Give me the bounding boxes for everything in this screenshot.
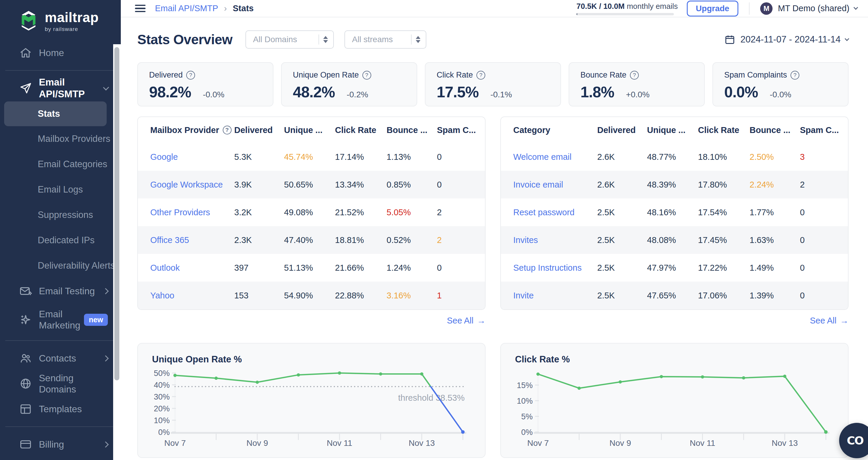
sidebar-item-email-testing[interactable]: Email Testing	[0, 278, 121, 304]
table-row: Setup Instructions2.5K47.97%17.22%1.49%0	[501, 254, 848, 282]
help-icon[interactable]: ?	[476, 71, 485, 80]
column-header-unique: Unique ...	[647, 125, 698, 135]
row-label-cell: Office 365	[150, 235, 234, 245]
sidebar-item-email-marketing[interactable]: Email Marketingnew	[0, 304, 121, 336]
stream-filter-select[interactable]: All streams	[344, 30, 426, 49]
table-cell: 17.22%	[698, 263, 727, 272]
table-link[interactable]: Other Providers	[150, 208, 210, 217]
sidebar-item-label: Templates	[39, 403, 82, 414]
svg-text:Nov 9: Nov 9	[610, 438, 631, 448]
contacts-icon	[20, 352, 32, 365]
table-cell-wrap: 51.13%	[284, 263, 335, 273]
chevron-down-icon	[845, 36, 849, 41]
table-cell-wrap: 2	[437, 235, 485, 245]
logo-wordmark: mailtrap by railsware	[45, 10, 99, 32]
sidebar-item-billing[interactable]: Billing	[0, 432, 121, 457]
kpi-label-text: Click Rate	[437, 70, 473, 80]
svg-text:Nov 13: Nov 13	[409, 438, 435, 448]
table-row: Invite2.5K47.65%17.06%1.39%0	[501, 282, 848, 309]
sidebar-item-sending-domains[interactable]: Sending Domains	[0, 371, 121, 396]
table-cell: 5.05%	[386, 208, 411, 217]
column-header-label: Mailbox Provider	[150, 125, 219, 135]
main-area: Email API/SMTP › Stats 70.5K / 10.0M mon…	[121, 0, 868, 460]
kpi-label-text: Unique Open Rate	[293, 70, 359, 80]
table-cell-wrap: 2.5K	[597, 263, 647, 273]
table-cell-wrap: 18.10%	[698, 152, 749, 162]
sidebar-item-home[interactable]: Home	[0, 40, 121, 65]
help-icon[interactable]: ?	[186, 71, 195, 80]
table-cell-wrap: 17.22%	[698, 263, 749, 273]
sidebar-item-deliverability-alerts[interactable]: Deliverability Alerts	[0, 253, 121, 278]
help-icon[interactable]: ?	[790, 71, 799, 80]
table-cell: 48.77%	[647, 152, 676, 162]
table-link[interactable]: Setup Instructions	[513, 263, 582, 272]
domain-filter-select[interactable]: All Domains	[245, 30, 334, 49]
help-icon[interactable]: ?	[223, 125, 231, 135]
kpi-value: 48.2%	[293, 83, 335, 101]
table-cell: 1.39%	[749, 291, 774, 300]
table-link[interactable]: Invite	[513, 291, 534, 300]
sidebar-subitem-label: Deliverability Alerts	[38, 260, 115, 271]
provider-table-column: Mailbox Provider?DeliveredUnique ...Clic…	[137, 116, 486, 326]
row-label-cell: Reset password	[513, 208, 597, 217]
hamburger-menu-icon[interactable]	[135, 5, 146, 12]
table-cell: 1	[437, 291, 442, 300]
sidebar-item-contacts[interactable]: Contacts	[0, 346, 121, 371]
topbar-right: 70.5K / 10.0M monthly emails Upgrade M M…	[577, 1, 858, 17]
sidebar-item-mailbox-providers[interactable]: Mailbox Providers	[0, 126, 121, 151]
kpi-label: Bounce Rate?	[581, 70, 704, 80]
row-label-cell: Invite	[513, 291, 597, 300]
account-name[interactable]: MT Demo (shared)	[778, 3, 849, 13]
table-cell-wrap: 13.34%	[335, 180, 386, 190]
chevron-down-icon[interactable]	[854, 5, 858, 10]
table-link[interactable]: Yahoo	[150, 291, 175, 300]
table-cell: 0	[800, 208, 805, 217]
scrollbar-thumb[interactable]	[114, 47, 119, 380]
table-cell: 47.65%	[647, 291, 676, 300]
sidebar-item-email-api-smtp[interactable]: Email API/SMTP	[0, 76, 121, 101]
table-row: Invoice email2.6K48.39%17.80%2.24%2	[501, 171, 848, 198]
svg-text:0%: 0%	[521, 428, 533, 437]
svg-text:Nov 11: Nov 11	[690, 438, 715, 448]
table-link[interactable]: Office 365	[150, 235, 189, 245]
table-link[interactable]: Outlook	[150, 263, 180, 272]
table-cell-wrap: 2	[800, 180, 848, 190]
table-link[interactable]: Invites	[513, 235, 538, 245]
date-range-picker[interactable]: 2024-11-07 - 2024-11-14	[724, 34, 848, 45]
table-link[interactable]: Invoice email	[513, 180, 563, 189]
help-icon[interactable]: ?	[630, 71, 639, 80]
table-cell-wrap: 397	[234, 263, 284, 273]
mailtrap-logo[interactable]: mailtrap by railsware	[0, 0, 121, 32]
see-all-row: See All→	[500, 315, 848, 326]
table-link[interactable]: Welcome email	[513, 152, 571, 162]
table-row: Other Providers3.2K49.08%21.52%5.05%2	[138, 198, 485, 226]
table-cell: 0	[800, 235, 805, 245]
table-cell: 18.10%	[698, 152, 727, 162]
kpi-value-row: 17.5%-0.1%	[437, 83, 560, 101]
content: Stats Overview All Domains All streams 2…	[121, 18, 868, 460]
table-row: Invites2.5K48.08%17.45%1.63%0	[501, 226, 848, 254]
breadcrumb-link[interactable]: Email API/SMTP	[155, 3, 218, 13]
sidebar-scrollbar	[113, 44, 121, 460]
table-header-row: CategoryDeliveredUnique ...Click RateBou…	[501, 117, 848, 143]
help-icon[interactable]: ?	[363, 71, 371, 80]
see-all-link[interactable]: See All→	[810, 316, 848, 325]
sidebar-item-dedicated-ips[interactable]: Dedicated IPs	[0, 228, 121, 253]
column-header-label: Spam C...	[437, 125, 476, 135]
see-all-link[interactable]: See All→	[447, 316, 486, 325]
usage-suffix: monthly emails	[625, 2, 678, 10]
sidebar-item-stats[interactable]: Stats	[4, 102, 107, 126]
svg-text:Nov 7: Nov 7	[527, 438, 549, 448]
table-cell: 51.13%	[284, 263, 313, 272]
chevron-right-icon	[102, 441, 109, 447]
table-link[interactable]: Google	[150, 152, 178, 162]
sidebar-item-email-categories[interactable]: Email Categories	[0, 151, 121, 177]
account-avatar[interactable]: M	[760, 2, 773, 15]
table-link[interactable]: Google Workspace	[150, 180, 223, 189]
sidebar-item-templates[interactable]: Templates	[0, 396, 121, 422]
sidebar-item-label: Email API/SMTP	[39, 76, 104, 100]
sidebar-item-suppressions[interactable]: Suppressions	[0, 202, 121, 228]
sidebar-item-email-logs[interactable]: Email Logs	[0, 177, 121, 202]
upgrade-button[interactable]: Upgrade	[687, 1, 739, 17]
table-link[interactable]: Reset password	[513, 208, 575, 217]
